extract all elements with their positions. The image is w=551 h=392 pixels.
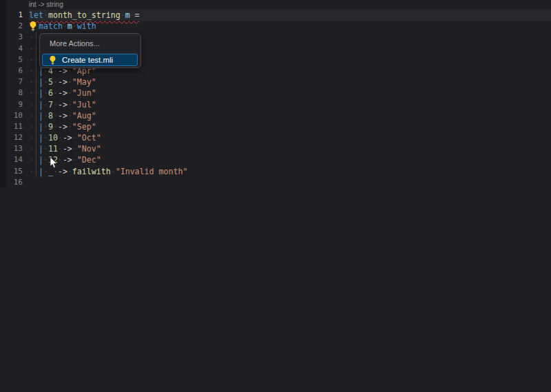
code-lines: int -> string 1let·month_to_string·m·=2·…: [0, 0, 551, 188]
code-token: ·: [67, 88, 72, 98]
line-number[interactable]: 9: [0, 99, 29, 110]
code-token: ·: [130, 10, 135, 20]
code-token: ·: [67, 100, 72, 110]
line-number[interactable]: 4: [0, 43, 29, 54]
code-line[interactable]: 16: [0, 177, 551, 188]
code-action-label: Create test.mli: [62, 56, 113, 64]
code-token: ->: [58, 111, 67, 121]
line-number[interactable]: 10: [0, 110, 29, 121]
code-token: ·: [63, 21, 67, 31]
code-action-menu: More Actions... Create test.mli: [39, 33, 141, 68]
lightbulb-icon[interactable]: [29, 21, 37, 31]
code-token: ->: [63, 155, 72, 165]
code-token: ·: [43, 155, 48, 165]
code-editor: int -> string 1let·month_to_string·m·=2·…: [0, 0, 551, 392]
code-line[interactable]: 9··|·7·->·"Jul": [0, 99, 551, 110]
line-number[interactable]: 3: [0, 32, 29, 43]
line-number[interactable]: 7: [0, 76, 29, 87]
code-line-content: ··|·8·->·"Aug": [29, 110, 551, 121]
code-line-content: ··|·5·->·"May": [29, 76, 551, 87]
codelens-type-hint[interactable]: int -> string: [29, 0, 63, 10]
line-number[interactable]: 15: [0, 166, 29, 177]
code-token: |: [39, 133, 43, 143]
code-token: ·: [53, 88, 58, 98]
code-token: ·: [43, 10, 48, 20]
code-token: ·: [58, 144, 63, 154]
code-token: |: [39, 122, 43, 132]
code-line[interactable]: 13··|·11·->·"Nov": [0, 143, 551, 154]
code-token: "Invalid month": [116, 167, 188, 176]
code-token: m: [67, 21, 72, 31]
line-number[interactable]: 13: [0, 143, 29, 154]
line-number[interactable]: 5: [0, 54, 29, 65]
line-number[interactable]: 2: [0, 21, 29, 32]
code-line-content: ··|·_·->·failwith·"Invalid month": [29, 166, 551, 177]
line-number[interactable]: 11: [0, 121, 29, 132]
code-token: =: [135, 10, 140, 20]
code-token: |: [39, 100, 43, 110]
line-number[interactable]: 12: [0, 132, 29, 143]
code-token: ->: [58, 122, 67, 132]
code-token: |: [39, 144, 43, 154]
code-line[interactable]: 2··match·m·with: [0, 21, 551, 32]
code-line-content: ··match·m·with: [29, 21, 551, 32]
line-number[interactable]: 6: [0, 65, 29, 76]
code-token: let: [29, 10, 43, 20]
code-line[interactable]: 7··|·5·->·"May": [0, 76, 551, 87]
code-token: |: [39, 88, 43, 98]
code-line-content: ··|·11·->·"Nov": [29, 143, 551, 154]
code-token: ·: [72, 133, 77, 143]
code-token: ·: [58, 133, 63, 143]
line-number[interactable]: 14: [0, 154, 29, 165]
code-token: ·: [43, 144, 48, 154]
code-token: |: [39, 111, 43, 121]
code-line[interactable]: 10··|·8·->·"Aug": [0, 110, 551, 121]
code-line[interactable]: 11··|·9·->·"Sep": [0, 121, 551, 132]
more-actions-item[interactable]: More Actions...: [50, 39, 100, 48]
code-line-content: ··|·10·->·"Oct": [29, 132, 551, 143]
code-token: ·: [43, 88, 48, 98]
code-token: ·: [67, 77, 72, 87]
code-line[interactable]: 1let·month_to_string·m·=: [0, 10, 551, 21]
code-token: ·: [43, 167, 48, 176]
code-token: failwith: [72, 167, 111, 176]
code-token: 7: [48, 100, 53, 110]
line-number[interactable]: 1: [0, 10, 29, 21]
indent-guide: [36, 32, 37, 177]
code-token: "Sep": [72, 122, 96, 132]
code-line-content: let·month_to_string·m·=: [29, 10, 551, 21]
code-token: ··: [29, 32, 39, 42]
code-token: ·: [67, 122, 72, 132]
code-line[interactable]: 15··|·_·->·failwith·"Invalid month": [0, 166, 551, 177]
code-line[interactable]: 14··|·12·->·"Dec": [0, 154, 551, 165]
lightbulb-icon: [49, 56, 56, 65]
code-token: ·: [58, 155, 63, 165]
code-token: ·: [53, 111, 58, 121]
code-line-content: ··|·7·->·"Jul": [29, 99, 551, 110]
code-token: ··: [29, 77, 39, 87]
code-token: |: [39, 77, 43, 87]
code-token: ·: [43, 133, 48, 143]
code-token: ·: [53, 100, 58, 110]
code-token: ·: [53, 77, 58, 87]
code-token: ->: [63, 144, 72, 154]
code-line[interactable]: 12··|·10·->·"Oct": [0, 132, 551, 143]
code-action-create-test-mli[interactable]: Create test.mli: [42, 54, 138, 66]
code-line[interactable]: 8··|·6·->·"Jun": [0, 87, 551, 99]
code-token: 8: [48, 111, 53, 121]
code-token: ·: [43, 122, 48, 132]
line-number[interactable]: 8: [0, 87, 29, 99]
code-token: ->: [58, 100, 67, 110]
code-token: ·: [43, 111, 48, 121]
code-token: ->: [63, 133, 72, 143]
code-token: with: [77, 21, 96, 31]
code-token: ··: [29, 44, 39, 54]
line-number[interactable]: 16: [0, 177, 29, 188]
codelens-row: int -> string: [0, 0, 551, 10]
code-line-content: ··|·9·->·"Sep": [29, 121, 551, 132]
code-token: ·: [67, 111, 72, 121]
code-token: ··: [29, 55, 39, 65]
code-token: 10: [48, 133, 58, 143]
code-token: ·: [121, 10, 125, 20]
code-token: "Nov": [77, 144, 101, 154]
